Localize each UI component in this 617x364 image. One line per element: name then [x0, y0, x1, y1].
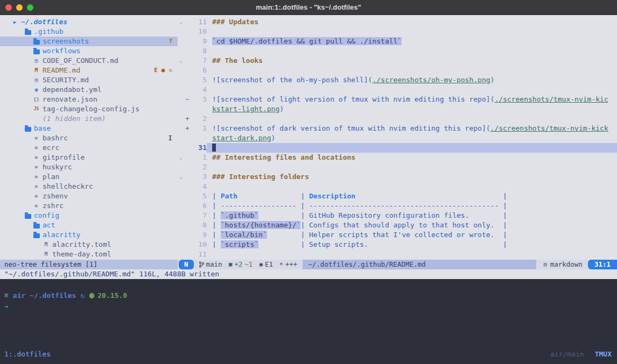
tree-item-zshenv[interactable]: ∗zshenv: [0, 191, 178, 201]
editor-line[interactable]: +2: [178, 114, 617, 124]
tree-item-bashrc[interactable]: ∗bashrcI: [0, 133, 178, 143]
editor-line[interactable]: 4: [178, 182, 617, 191]
git-sign: [184, 249, 191, 259]
tree-item-theme-day-toml[interactable]: Mtheme-day.toml: [0, 249, 178, 259]
tree-item-github[interactable]: .github: [0, 27, 178, 37]
tree-item-security-md[interactable]: ▤SECURITY.md: [0, 75, 178, 85]
editor-line[interactable]: 6: [178, 66, 617, 75]
tmux-statusbar: 1:.dotfiles air/main TMUX: [4, 349, 612, 359]
tree-item-1-hidden-item[interactable]: (1 hidden item): [0, 114, 178, 124]
editor-line[interactable]: ⌄3### Interesting folders: [178, 172, 617, 182]
fold-marker: [178, 162, 184, 172]
badge: ?: [169, 37, 172, 46]
tree-item-renovate-json[interactable]: {}renovate.json: [0, 95, 178, 104]
tree-item-workflows[interactable]: workflows: [0, 46, 178, 56]
line-text: ## The looks: [207, 56, 617, 66]
git-sign: [184, 133, 191, 143]
tree-item-base[interactable]: base: [0, 124, 178, 133]
tree-item-plan[interactable]: ∗plan: [0, 172, 178, 182]
tree-item-gitprofile[interactable]: ∗gitprofile: [0, 153, 178, 162]
folder-icon: [32, 48, 40, 54]
tree-item-alacritty-toml[interactable]: Malacritty.toml: [0, 240, 178, 249]
editor-line[interactable]: +1![screenshot of dark version of tmux w…: [178, 124, 617, 133]
diff-changed: ~1: [244, 260, 253, 269]
git-sign: [184, 66, 191, 75]
editor-line[interactable]: ⌄1## Interesting files and locations: [178, 153, 617, 162]
editor-line[interactable]: 11: [178, 249, 617, 259]
line-number: 8: [191, 46, 207, 56]
editor-line[interactable]: 9`cd $HOME/.dotfiles && git pull && ./in…: [178, 37, 617, 46]
tree-item-act[interactable]: act: [0, 220, 178, 230]
tree-item-label: workflows: [43, 46, 80, 56]
editor-line[interactable]: 5![screenshot of the oh-my-posh shell](.…: [178, 75, 617, 85]
line-text: ## Interesting files and locations: [207, 153, 617, 162]
neotree-statusline-text: neo-tree filesystem [1]: [4, 260, 97, 269]
editor-line[interactable]: 7| `.github` | GitHub Repository configu…: [178, 211, 617, 220]
editor-line[interactable]: 8: [178, 46, 617, 56]
git-diff: ▣ +2 ~1: [226, 260, 256, 269]
line-number: [191, 133, 207, 143]
line-number: 7: [191, 211, 207, 220]
statusline-filepath: ~/.dotfiles/.github/README.md: [303, 260, 536, 269]
editor-line[interactable]: 6| ------------------ | ----------------…: [178, 201, 617, 211]
tree-item-zshrc[interactable]: ∗zshrc: [0, 201, 178, 211]
line-number: 4: [191, 85, 207, 95]
tmux-window-name[interactable]: 1:.dotfiles: [4, 349, 51, 359]
tree-item-ecrc[interactable]: ∗ecrc: [0, 143, 178, 153]
editor-line[interactable]: 8| `hosts/{hostname}/`| Configs that sho…: [178, 220, 617, 230]
zoom-button[interactable]: [27, 4, 33, 11]
editor-line[interactable]: 10: [178, 27, 617, 37]
tree-item-shellcheckrc[interactable]: ∗shellcheckrc: [0, 182, 178, 191]
git-branch-icon: [199, 261, 204, 268]
editor-line[interactable]: kstart-light.png): [178, 104, 617, 114]
git-branch[interactable]: main: [196, 260, 226, 269]
editor-line[interactable]: 5| Path | Description |: [178, 191, 617, 201]
tree-item-screenshots[interactable]: screenshots?: [0, 37, 178, 46]
line-number: 8: [191, 220, 207, 230]
editor-line[interactable]: 9| `local/bin` | Helper scripts that I'v…: [178, 230, 617, 240]
tree-item-tag-changelog-config-js[interactable]: JStag-changelog-config.js: [0, 104, 178, 114]
shell-pane[interactable]: ⌘air~/.dotfiles↻ 20.15.0 → 1:.dotfiles a…: [0, 279, 617, 364]
line-text: [207, 162, 617, 172]
tree-item-label: base: [34, 124, 51, 133]
editor-line[interactable]: ⌄11### Updates: [178, 17, 617, 27]
shell-file-icon: ∗: [32, 133, 40, 143]
tree-item-dotfiles[interactable]: ▶~/.dotfiles: [0, 17, 178, 27]
fold-marker: [178, 27, 184, 37]
editor-buffer[interactable]: ⌄11### Updates109`cd $HOME/.dotfiles && …: [178, 15, 617, 260]
editor-line[interactable]: 2: [178, 162, 617, 172]
fold-marker: [178, 211, 184, 220]
close-button[interactable]: [5, 4, 12, 11]
badge: ▫: [169, 66, 172, 75]
shell-file-icon: ∗: [32, 162, 40, 172]
tree-item-alacritty[interactable]: alacritty: [0, 230, 178, 240]
shell-file-icon: ∗: [32, 201, 40, 211]
editor-line[interactable]: ~3![screenshot of light version of tmux …: [178, 95, 617, 104]
line-text: ### Interesting folders: [207, 172, 617, 182]
line-number: 1: [191, 124, 207, 133]
editor-line[interactable]: start-dark.png): [178, 133, 617, 143]
tree-item-dependabot-yml[interactable]: ◉dependabot.yml: [0, 85, 178, 95]
tree-item-code-of-conduct-md[interactable]: ▤CODE_OF_CONDUCT.md: [0, 56, 178, 66]
editor-line[interactable]: 31: [178, 143, 617, 153]
prompt-host: air: [13, 290, 25, 301]
diagnostics: ◉ E1: [256, 260, 276, 269]
tree-item-label: (1 hidden item): [43, 114, 106, 124]
git-sign: [184, 85, 191, 95]
git-sign: [184, 17, 191, 27]
minimize-button[interactable]: [16, 4, 23, 11]
neotree-panel[interactable]: ▶~/.dotfiles.githubscreenshots?workflows…: [0, 15, 178, 260]
editor-line[interactable]: 10| `scripts` | Setup scripts. |: [178, 240, 617, 249]
line-number: 9: [191, 230, 207, 240]
tree-item-label: ecrc: [43, 143, 59, 153]
editor-line[interactable]: ⌄7## The looks: [178, 56, 617, 66]
tree-item-config[interactable]: config: [0, 211, 178, 220]
line-text: [207, 143, 617, 153]
javascript-file-icon: JS: [32, 104, 40, 114]
tree-item-readme-md[interactable]: MREADME.mdE●▫: [0, 66, 178, 75]
fold-marker: [178, 95, 184, 104]
tree-item-huskyrc[interactable]: ∗huskyrc: [0, 162, 178, 172]
editor-line[interactable]: 4: [178, 85, 617, 95]
tree-item-label: .github: [34, 27, 64, 37]
line-number: 2: [191, 114, 207, 124]
